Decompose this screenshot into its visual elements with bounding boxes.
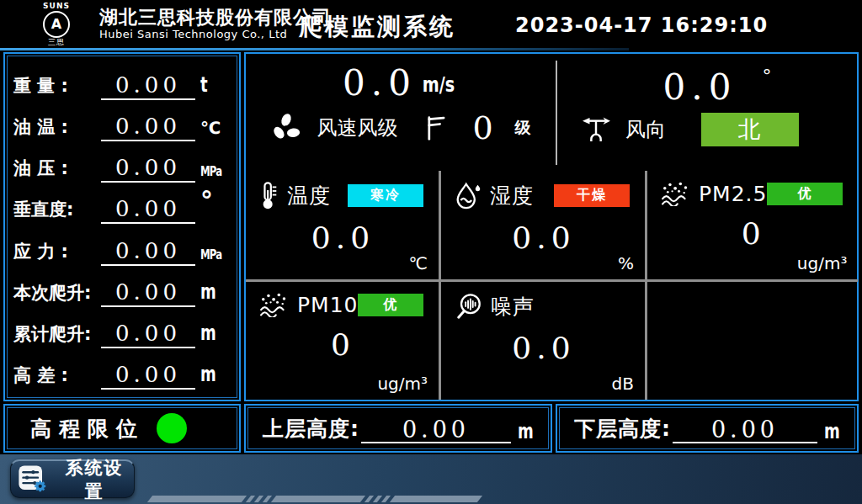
wind-direction-badge: 北: [701, 113, 799, 146]
metric-label: 垂直度:: [13, 198, 99, 224]
metric-row-total-climb: 累计爬升: 0.00 m: [13, 310, 231, 348]
sensor-cell-humidity: 湿度 干燥 0.0 %: [441, 171, 647, 282]
elevation-limit-panel: 高程限位: [3, 404, 241, 453]
header: SUNS A 三思 湖北三思科技股份有限公司 Hubei Sansi Techn…: [0, 0, 862, 48]
metric-value: 0.00: [101, 238, 195, 266]
sliders-gear-icon: [18, 464, 47, 494]
sensor-cell-noise: 噪声 0.0 dB: [441, 282, 647, 400]
status-badge: 优: [358, 294, 423, 316]
wind-direction-value: 0.0: [663, 66, 737, 108]
status-badge: 寒冷: [348, 184, 423, 207]
metric-unit: t: [200, 73, 223, 100]
sensor-cell-temperature: 温度 寒冷 0.0 ℃: [246, 171, 441, 282]
sensor-label: 噪声: [491, 293, 535, 321]
sensor-label: 湿度: [490, 182, 534, 210]
metric-value: 0.00: [101, 279, 195, 307]
lower-height-value: 0.00: [673, 418, 817, 443]
sensor-value: 0.0: [259, 223, 427, 253]
sensor-value: 0.0: [455, 223, 633, 253]
fan-icon: [270, 112, 302, 144]
metric-unit: °: [200, 186, 231, 210]
metric-row-stress: 应 力 : 0.00 MPa: [13, 228, 231, 266]
upper-height-unit: m: [518, 420, 534, 443]
metric-row-oil-pressure: 油 压 : 0.00 MPa: [13, 145, 231, 183]
sensor-unit: ug/m³: [377, 374, 428, 394]
upper-height-value: 0.00: [361, 418, 511, 443]
sensor-cell-pm25: PM2.5 优 0 ug/m³: [647, 171, 858, 282]
sensor-unit: %: [618, 253, 634, 273]
sensor-unit: ℃: [409, 253, 428, 273]
metric-row-current-climb: 本次爬升: 0.00 m: [13, 269, 231, 307]
logo-suns-text: SUNS: [20, 3, 93, 10]
company-name: 湖北三思科技股份有限公司 Hubei Sansi Technology Co.,…: [99, 7, 332, 40]
status-badge: 优: [767, 183, 843, 205]
wind-vane-icon: [581, 116, 611, 143]
metric-unit: m: [200, 280, 223, 307]
sensor-unit: dB: [612, 374, 634, 394]
metric-label: 本次爬升:: [13, 281, 99, 307]
upper-height-panel: 上层高度: 0.00 m: [244, 404, 552, 453]
metrics-panel: 重 量 : 0.00 t 油 温 : 0.00 ℃ 油 压 : 0.00 MPa…: [3, 52, 241, 401]
metric-unit: m: [200, 363, 223, 390]
sensor-label: PM2.5: [699, 182, 767, 206]
logo-circle-icon: A: [43, 11, 70, 38]
droplet-icon: [455, 181, 482, 210]
elevation-status-indicator: [157, 413, 187, 443]
settings-button[interactable]: 系统设置: [10, 459, 135, 498]
sensor-value: 0: [259, 330, 427, 360]
metric-row-weight: 重 量 : 0.00 t: [13, 62, 231, 100]
metric-label: 油 温 :: [13, 115, 99, 141]
sensor-cell-empty: [647, 282, 858, 400]
wind-section: 0.0m/s 风速风级 0: [246, 54, 857, 171]
sensor-label: PM10: [297, 293, 358, 317]
decorative-stripe: [150, 496, 480, 502]
metric-unit: MPa: [200, 164, 224, 183]
wind-speed-label: 风速风级: [317, 114, 397, 141]
metric-label: 油 压 :: [13, 157, 99, 183]
bottom-bar: 系统设置: [0, 454, 862, 504]
wind-grade-flag-icon: [426, 115, 446, 141]
dust-icon: [661, 181, 691, 206]
wind-direction-label: 风向: [625, 116, 666, 143]
metric-row-verticality: 垂直度: 0.00 °: [13, 186, 231, 224]
metric-row-height-diff: 高 差 : 0.00 m: [13, 352, 231, 390]
sensor-value: 0.0: [455, 333, 633, 363]
metric-value: 0.00: [101, 362, 195, 390]
metric-unit: ℃: [200, 118, 231, 141]
metric-label: 应 力 :: [13, 240, 99, 266]
wind-speed-unit: m/s: [423, 73, 455, 97]
main-panel: 0.0m/s 风速风级 0: [244, 52, 859, 401]
sensor-unit: ug/m³: [797, 253, 848, 273]
wind-speed-block: 0.0m/s 风速风级 0: [246, 54, 556, 171]
metric-unit: m: [200, 321, 223, 348]
metric-value: 0.00: [101, 155, 195, 183]
metric-label: 高 差 :: [13, 363, 99, 390]
metric-label: 累计爬升:: [13, 322, 99, 348]
sensor-value: 0: [661, 219, 846, 249]
settings-button-label: 系统设置: [61, 456, 127, 503]
noise-icon: [455, 292, 483, 321]
metric-value: 0.00: [101, 321, 195, 348]
status-badge: 干燥: [554, 184, 630, 207]
lower-height-unit: m: [824, 420, 840, 443]
thermometer-icon: [259, 181, 279, 210]
company-name-cn: 湖北三思科技股份有限公司: [99, 7, 332, 28]
metric-unit: MPa: [200, 247, 224, 266]
dust-icon: [259, 292, 290, 317]
wind-grade-value: 0: [472, 112, 492, 144]
sensor-cell-pm10: PM10 优 0 ug/m³: [246, 282, 441, 400]
metric-row-oil-temp: 油 温 : 0.00 ℃: [13, 103, 231, 141]
header-divider: [0, 48, 629, 50]
elevation-limit-label: 高程限位: [30, 415, 145, 443]
metric-value: 0.00: [101, 196, 195, 224]
metric-label: 重 量 :: [13, 74, 99, 100]
sensor-grid: 温度 寒冷 0.0 ℃ 湿度 干燥 0.0: [246, 171, 857, 400]
logo-cn-text: 三思: [20, 39, 93, 46]
wind-grade-unit: 级: [515, 117, 531, 139]
screen: SUNS A 三思 湖北三思科技股份有限公司 Hubei Sansi Techn…: [0, 0, 862, 504]
page-title: 爬模监测系统: [299, 11, 455, 43]
lower-height-panel: 下层高度: 0.00 m: [556, 404, 859, 453]
lower-height-label: 下层高度:: [574, 415, 671, 443]
upper-height-label: 上层高度:: [263, 415, 359, 443]
metric-value: 0.00: [101, 114, 195, 141]
